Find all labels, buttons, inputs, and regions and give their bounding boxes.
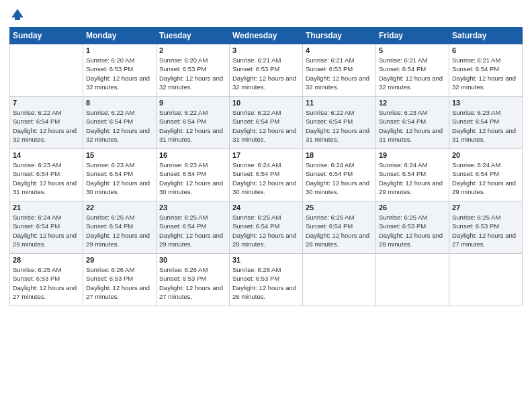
day-number: 30 [159, 256, 226, 264]
day-info: Sunrise: 6:23 AMSunset: 6:54 PMDaylight:… [159, 161, 226, 196]
day-number: 10 [232, 99, 300, 107]
day-number: 4 [306, 46, 373, 54]
day-number: 11 [306, 99, 373, 107]
day-cell: 29Sunrise: 6:26 AMSunset: 6:53 PMDayligh… [83, 254, 157, 306]
day-cell: 7Sunrise: 6:22 AMSunset: 6:54 PMDaylight… [10, 97, 83, 149]
svg-marker-0 [11, 9, 24, 17]
day-number: 29 [86, 256, 153, 264]
day-info: Sunrise: 6:26 AMSunset: 6:53 PMDaylight:… [159, 265, 226, 301]
day-number: 7 [13, 99, 80, 107]
day-cell: 1Sunrise: 6:20 AMSunset: 6:53 PMDaylight… [83, 44, 157, 97]
day-cell: 14Sunrise: 6:23 AMSunset: 6:54 PMDayligh… [10, 149, 83, 201]
day-info: Sunrise: 6:23 AMSunset: 6:54 PMDaylight:… [452, 108, 519, 144]
day-info: Sunrise: 6:23 AMSunset: 6:54 PMDaylight:… [379, 108, 446, 144]
logo-icon [9, 7, 26, 23]
svg-rect-1 [15, 17, 20, 20]
day-info: Sunrise: 6:21 AMSunset: 6:53 PMDaylight:… [232, 56, 300, 91]
day-info: Sunrise: 6:23 AMSunset: 6:54 PMDaylight:… [13, 161, 80, 196]
day-cell: 11Sunrise: 6:22 AMSunset: 6:54 PMDayligh… [303, 97, 376, 149]
day-cell: 19Sunrise: 6:24 AMSunset: 6:54 PMDayligh… [376, 149, 449, 201]
day-cell: 27Sunrise: 6:25 AMSunset: 6:53 PMDayligh… [449, 201, 523, 254]
day-number: 24 [232, 203, 300, 212]
day-info: Sunrise: 6:25 AMSunset: 6:53 PMDaylight:… [452, 213, 519, 248]
week-row-4: 21Sunrise: 6:24 AMSunset: 6:54 PMDayligh… [10, 201, 523, 254]
day-cell [376, 254, 449, 306]
day-info: Sunrise: 6:22 AMSunset: 6:54 PMDaylight:… [306, 108, 373, 144]
day-cell: 6Sunrise: 6:21 AMSunset: 6:54 PMDaylight… [449, 44, 523, 97]
header-cell-friday: Friday [376, 28, 449, 44]
day-info: Sunrise: 6:24 AMSunset: 6:54 PMDaylight:… [306, 161, 373, 196]
day-info: Sunrise: 6:22 AMSunset: 6:54 PMDaylight:… [13, 108, 80, 144]
day-number: 8 [86, 99, 153, 107]
day-cell: 20Sunrise: 6:24 AMSunset: 6:54 PMDayligh… [449, 149, 523, 201]
day-number: 1 [86, 46, 153, 54]
day-number: 9 [159, 99, 226, 107]
day-info: Sunrise: 6:22 AMSunset: 6:54 PMDaylight:… [232, 108, 300, 144]
day-number: 5 [379, 46, 446, 54]
day-info: Sunrise: 6:22 AMSunset: 6:54 PMDaylight:… [159, 108, 226, 144]
header [9, 7, 523, 23]
day-number: 17 [232, 151, 300, 159]
day-number: 14 [13, 151, 80, 159]
day-cell: 8Sunrise: 6:22 AMSunset: 6:54 PMDaylight… [83, 97, 157, 149]
day-info: Sunrise: 6:24 AMSunset: 6:54 PMDaylight:… [232, 161, 300, 196]
header-cell-monday: Monday [83, 28, 157, 44]
day-info: Sunrise: 6:24 AMSunset: 6:54 PMDaylight:… [13, 213, 80, 248]
day-number: 2 [159, 46, 226, 54]
day-number: 23 [159, 203, 226, 212]
week-row-2: 7Sunrise: 6:22 AMSunset: 6:54 PMDaylight… [10, 97, 523, 149]
day-number: 27 [452, 203, 519, 212]
day-number: 20 [452, 151, 519, 159]
day-cell: 4Sunrise: 6:21 AMSunset: 6:53 PMDaylight… [303, 44, 376, 97]
logo [9, 7, 28, 23]
day-cell [449, 254, 523, 306]
day-number: 28 [13, 256, 80, 264]
day-info: Sunrise: 6:20 AMSunset: 6:53 PMDaylight:… [159, 56, 226, 91]
day-cell: 18Sunrise: 6:24 AMSunset: 6:54 PMDayligh… [303, 149, 376, 201]
day-info: Sunrise: 6:24 AMSunset: 6:54 PMDaylight:… [379, 161, 446, 196]
day-info: Sunrise: 6:25 AMSunset: 6:54 PMDaylight:… [86, 213, 153, 248]
day-cell: 21Sunrise: 6:24 AMSunset: 6:54 PMDayligh… [10, 201, 83, 254]
header-cell-sunday: Sunday [10, 28, 83, 44]
header-cell-tuesday: Tuesday [157, 28, 230, 44]
day-cell: 31Sunrise: 6:26 AMSunset: 6:53 PMDayligh… [230, 254, 303, 306]
day-info: Sunrise: 6:21 AMSunset: 6:53 PMDaylight:… [306, 56, 373, 91]
day-info: Sunrise: 6:23 AMSunset: 6:54 PMDaylight:… [86, 161, 153, 196]
day-cell: 23Sunrise: 6:25 AMSunset: 6:54 PMDayligh… [157, 201, 230, 254]
day-number: 15 [86, 151, 153, 159]
day-info: Sunrise: 6:26 AMSunset: 6:53 PMDaylight:… [232, 265, 300, 301]
day-info: Sunrise: 6:25 AMSunset: 6:54 PMDaylight:… [306, 213, 373, 248]
day-number: 12 [379, 99, 446, 107]
day-cell: 9Sunrise: 6:22 AMSunset: 6:54 PMDaylight… [157, 97, 230, 149]
day-info: Sunrise: 6:26 AMSunset: 6:53 PMDaylight:… [86, 265, 153, 301]
day-number: 25 [306, 203, 373, 212]
day-cell: 30Sunrise: 6:26 AMSunset: 6:53 PMDayligh… [157, 254, 230, 306]
day-info: Sunrise: 6:21 AMSunset: 6:54 PMDaylight:… [452, 56, 519, 91]
day-number: 21 [13, 203, 80, 212]
day-cell: 24Sunrise: 6:25 AMSunset: 6:54 PMDayligh… [230, 201, 303, 254]
day-info: Sunrise: 6:21 AMSunset: 6:54 PMDaylight:… [379, 56, 446, 91]
day-cell: 10Sunrise: 6:22 AMSunset: 6:54 PMDayligh… [230, 97, 303, 149]
header-cell-saturday: Saturday [449, 28, 523, 44]
day-cell: 3Sunrise: 6:21 AMSunset: 6:53 PMDaylight… [230, 44, 303, 97]
day-number: 31 [232, 256, 300, 264]
day-number: 19 [379, 151, 446, 159]
week-row-1: 1Sunrise: 6:20 AMSunset: 6:53 PMDaylight… [10, 44, 523, 97]
day-cell [10, 44, 83, 97]
day-info: Sunrise: 6:25 AMSunset: 6:54 PMDaylight:… [159, 213, 226, 248]
day-number: 18 [306, 151, 373, 159]
day-info: Sunrise: 6:24 AMSunset: 6:54 PMDaylight:… [452, 161, 519, 196]
day-cell: 26Sunrise: 6:25 AMSunset: 6:53 PMDayligh… [376, 201, 449, 254]
day-info: Sunrise: 6:20 AMSunset: 6:53 PMDaylight:… [86, 56, 153, 91]
day-info: Sunrise: 6:25 AMSunset: 6:53 PMDaylight:… [379, 213, 446, 248]
week-row-5: 28Sunrise: 6:25 AMSunset: 6:53 PMDayligh… [10, 254, 523, 306]
day-number: 13 [452, 99, 519, 107]
page: SundayMondayTuesdayWednesdayThursdayFrid… [0, 0, 532, 411]
day-info: Sunrise: 6:22 AMSunset: 6:54 PMDaylight:… [86, 108, 153, 144]
header-row: SundayMondayTuesdayWednesdayThursdayFrid… [10, 28, 523, 44]
header-cell-thursday: Thursday [303, 28, 376, 44]
day-cell: 15Sunrise: 6:23 AMSunset: 6:54 PMDayligh… [83, 149, 157, 201]
day-number: 26 [379, 203, 446, 212]
day-cell: 13Sunrise: 6:23 AMSunset: 6:54 PMDayligh… [449, 97, 523, 149]
day-info: Sunrise: 6:25 AMSunset: 6:53 PMDaylight:… [13, 265, 80, 301]
